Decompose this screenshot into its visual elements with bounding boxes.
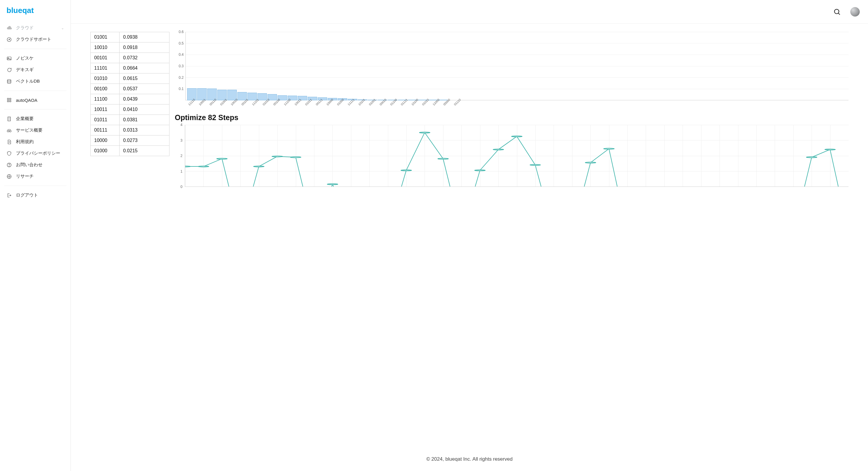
- sidebar-item-research[interactable]: リサーチ: [0, 170, 70, 182]
- sidebar-item-label: ベクトルDB: [16, 78, 40, 84]
- svg-rect-9: [8, 117, 11, 121]
- table-cell-state: 01011: [91, 115, 120, 125]
- sidebar-item-dekisugi[interactable]: デキスギ: [0, 64, 70, 75]
- table-cell-value: 0.0615: [120, 73, 169, 84]
- search-icon[interactable]: [833, 8, 841, 15]
- sidebar-item-service[interactable]: サービス概要: [0, 125, 70, 136]
- sidebar-item-label: デキスギ: [16, 67, 34, 72]
- sidebar-item-nobisuke[interactable]: ノビスケ: [0, 53, 70, 64]
- results-table: 010010.0938100100.0918001010.0732111010.…: [90, 32, 169, 156]
- svg-point-25: [438, 158, 448, 159]
- sidebar-item-label: ノビスケ: [16, 56, 34, 61]
- svg-point-33: [825, 149, 836, 150]
- grid-icon: [6, 97, 12, 103]
- cloud-icon: [6, 25, 12, 31]
- svg-point-20: [272, 156, 283, 157]
- sidebar-item-privacy[interactable]: プライバシーポリシー: [0, 148, 70, 159]
- svg-point-22: [327, 184, 338, 184]
- table-cell-value: 0.0410: [120, 104, 169, 115]
- table-cell-state: 00100: [91, 84, 120, 94]
- line-ytick: 1: [175, 169, 182, 174]
- table-cell-value: 0.0273: [120, 135, 169, 146]
- table-cell-value: 0.0313: [120, 125, 169, 135]
- divider: [4, 186, 66, 186]
- sidebar: blueqat クラウド ⌄ クラウドサポート ノビスケ デキスギ: [0, 0, 71, 471]
- bar-ytick: 0.5: [175, 41, 184, 45]
- table-cell-value: 0.0381: [120, 115, 169, 125]
- table-cell-value: 0.0439: [120, 94, 169, 104]
- optimize-line-chart: 01234: [175, 125, 848, 187]
- table-row: 010110.0381: [91, 115, 169, 125]
- sidebar-item-autoqaoa[interactable]: autoQAOA: [0, 94, 70, 106]
- svg-point-17: [198, 166, 209, 167]
- sidebar-item-label: 利用規約: [16, 139, 34, 145]
- svg-point-31: [604, 148, 614, 149]
- table-row: 010010.0938: [91, 32, 169, 42]
- sidebar-item-company[interactable]: 企業概要: [0, 113, 70, 125]
- svg-point-19: [254, 166, 264, 167]
- table-row: 100110.0410: [91, 104, 169, 115]
- sidebar-item-label: autoQAOA: [16, 98, 37, 103]
- line-ytick: 4: [175, 123, 182, 127]
- svg-point-1: [9, 39, 9, 39]
- table-cell-state: 01000: [91, 146, 120, 156]
- table-cell-value: 0.0215: [120, 146, 169, 156]
- svg-point-13: [9, 166, 9, 166]
- sidebar-item-contact[interactable]: お問い合わせ: [0, 159, 70, 170]
- sidebar-item-cloud[interactable]: クラウド ⌄: [0, 22, 70, 34]
- svg-point-30: [585, 162, 596, 163]
- avatar[interactable]: [850, 7, 860, 17]
- table-row: 001000.0537: [91, 84, 169, 94]
- table-cell-state: 10000: [91, 135, 120, 146]
- svg-point-4: [7, 80, 11, 81]
- table-row: 100000.0273: [91, 135, 169, 146]
- bar-ytick: 0.4: [175, 53, 184, 57]
- sidebar-item-terms[interactable]: 利用規約: [0, 136, 70, 148]
- document-icon: [6, 139, 12, 145]
- sidebar-item-label: ログアウト: [16, 192, 38, 198]
- sidebar-item-vectordb[interactable]: ベクトルDB: [0, 75, 70, 87]
- svg-point-18: [217, 158, 227, 159]
- chat-icon: [6, 67, 12, 72]
- svg-point-15: [834, 9, 839, 13]
- svg-point-32: [806, 157, 817, 158]
- svg-rect-8: [10, 101, 11, 102]
- sidebar-item-logout[interactable]: ログアウト: [0, 189, 70, 201]
- brand-logo[interactable]: blueqat: [0, 6, 70, 21]
- table-cell-value: 0.0938: [120, 32, 169, 42]
- sidebar-item-label: サービス概要: [16, 127, 42, 133]
- image-icon: [6, 56, 12, 61]
- sidebar-item-label: 企業概要: [16, 116, 34, 122]
- bar-ytick: 0.6: [175, 30, 184, 34]
- optimize-title: Optimize 82 Steps: [175, 113, 848, 122]
- sidebar-item-label: クラウドサポート: [16, 37, 51, 42]
- table-cell-state: 10011: [91, 104, 120, 115]
- table-cell-state: 11100: [91, 94, 120, 104]
- binoculars-icon: [6, 128, 12, 133]
- table-cell-state: 01001: [91, 32, 120, 42]
- table-row: 001010.0732: [91, 53, 169, 63]
- svg-point-10: [7, 130, 9, 132]
- table-cell-state: 01010: [91, 73, 120, 84]
- table-row: 010100.0615: [91, 73, 169, 84]
- svg-point-24: [419, 132, 430, 133]
- svg-rect-7: [7, 101, 9, 102]
- main: 010010.0938100100.0918001010.0732111010.…: [71, 0, 868, 471]
- sidebar-item-label: クラウド: [16, 25, 34, 31]
- line-ytick: 0: [175, 185, 182, 189]
- footer-text: © 2024, blueqat Inc. All rights reserved: [71, 444, 868, 471]
- svg-rect-6: [10, 98, 11, 100]
- gauge-icon: [6, 37, 12, 42]
- table-row: 010000.0215: [91, 146, 169, 156]
- chevron-down-icon: ⌄: [61, 26, 64, 30]
- svg-point-28: [512, 136, 522, 137]
- help-icon: [6, 162, 12, 168]
- sidebar-item-cloud-support[interactable]: クラウドサポート: [0, 34, 70, 45]
- sidebar-item-label: プライバシーポリシー: [16, 151, 60, 156]
- line-ytick: 2: [175, 154, 182, 158]
- table-row: 111010.0664: [91, 63, 169, 73]
- table-row: 001110.0313: [91, 125, 169, 135]
- table-cell-state: 00101: [91, 53, 120, 63]
- bar-ytick: 0.1: [175, 87, 184, 91]
- line-ytick: 3: [175, 138, 182, 143]
